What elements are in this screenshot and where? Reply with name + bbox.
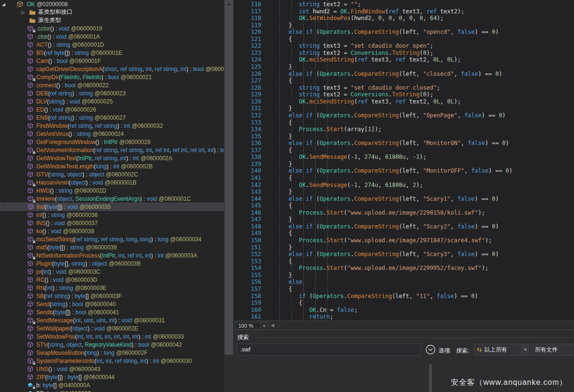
expander-collapsed-icon[interactable]: ▷ — [21, 10, 29, 15]
method-icon — [27, 252, 36, 258]
tree-item-Sendb[interactable]: Sendb(byte[]) : bool @06000041 — [0, 308, 224, 316]
scrollbar-thumb[interactable] — [225, 9, 233, 355]
tree-item-b[interactable]: b : byte[] @0400000A — [0, 381, 224, 389]
tree-item-HWD[interactable]: HWD() : string @0600002D — [0, 186, 224, 195]
lock-icon — [32, 256, 36, 259]
tree-item-HassanAmiri[interactable]: HassanAmiri(object) : void @0600001B — [0, 178, 224, 186]
tree-item-mciSendString[interactable]: mciSendString(ref string, ref string, lo… — [0, 235, 224, 243]
tree-item-inf[interactable]: inf() : string @06000036 — [0, 211, 224, 219]
tree-item-GetForegroundWindow[interactable]: GetForegroundWindow() : IntPtr @06000028 — [0, 138, 224, 146]
chevron-down-icon[interactable] — [425, 344, 436, 355]
tree-item-.cctor[interactable]: .cctor() : void @06000019 — [0, 24, 224, 32]
tree-item-STV[interactable]: STV(string, object, RegistryValueKind) :… — [0, 340, 224, 349]
line-number: 143 — [234, 188, 268, 196]
tree-item-FindWindow[interactable]: FindWindow(ref string, ref string) : int… — [0, 122, 224, 130]
line-number: 151 — [234, 244, 268, 251]
tree-item-OK[interactable]: ◢OK @02000008 — [0, 0, 224, 8]
tree-item-connect[interactable]: connect() : bool @06000022 — [0, 81, 224, 89]
code-line-136: 136 else if (Operators.CompareString(lef… — [234, 140, 509, 147]
search-input[interactable] — [237, 343, 421, 356]
tree-item-SwapMouseButton[interactable]: SwapMouseButton(long) : long @0600002F — [0, 349, 224, 357]
tree-item-SystemParametersInfo[interactable]: SystemParametersInfo(int, int, ref strin… — [0, 357, 224, 365]
tree-item-BB[interactable]: BB : bool @0400000B — [0, 389, 224, 392]
tree-item-ImHere[interactable]: ImHere(object, SessionEndingEventArgs) :… — [0, 195, 224, 203]
tree-item-CompDir[interactable]: CompDir(FileInfo, FileInfo) : bool @0600… — [0, 73, 224, 81]
zoom-level-display[interactable]: 100 % — [236, 322, 263, 330]
method-icon — [27, 90, 36, 96]
method-icon — [27, 171, 36, 177]
search-scope-select[interactable]: 以上所有 ▼ — [474, 344, 529, 356]
line-number: 126 — [234, 71, 268, 78]
tree-item-GTV[interactable]: GTV(string, object) : object @0600002C — [0, 170, 224, 178]
tree-item-Send[interactable]: Send(string) : bool @06000040 — [0, 300, 224, 308]
scroll-up-button[interactable] — [225, 0, 233, 9]
line-number: 152 — [234, 251, 268, 258]
tree-item-NtSetInformationProcess[interactable]: NtSetInformationProcess(IntPtr, int, ref… — [0, 251, 224, 259]
method-icon — [27, 317, 36, 323]
tree-item-基类型和接口[interactable]: ▷基类型和接口 — [0, 8, 224, 16]
code-line-149: 149 { — [234, 230, 292, 237]
line-number: 148 — [234, 223, 268, 230]
line-number: 149 — [234, 230, 268, 237]
line-number: 117 — [234, 8, 268, 15]
method-icon — [28, 204, 37, 210]
tree-item-GetVolumeInformation[interactable]: GetVolumeInformation(ref string, ref str… — [0, 146, 224, 154]
tree-item-BS[interactable]: BS(ref byte[]) : string @0600001E — [0, 49, 224, 57]
code-line-117: 117 int hwnd2 = OK.FindWindow(ref text3,… — [234, 8, 464, 15]
expander-expanded-icon[interactable]: ◢ — [2, 2, 16, 7]
code-line-138: 138 OK.SendMessage(-1, 274u, 61808u, -1)… — [234, 154, 426, 161]
method-icon — [27, 333, 36, 340]
tree-item-派生类型[interactable]: 派生类型 — [0, 16, 224, 24]
file-filter-select[interactable]: 所有文件 — [531, 344, 574, 356]
tree-item-.ctor[interactable]: .ctor() : void @0600001A — [0, 32, 224, 41]
code-line-161: 161 return; — [234, 313, 333, 320]
options-button[interactable]: 选项 — [439, 347, 450, 355]
line-number: 121 — [234, 36, 268, 43]
line-number: 116 — [234, 1, 268, 8]
tree-item-DLV[interactable]: DLV(string) : void @06000025 — [0, 97, 224, 105]
tree-item-SendMessage[interactable]: SendMessage(int, uint, uint, int) : void… — [0, 316, 224, 324]
tree-item-pr[interactable]: pr(int) : void @0600003C — [0, 268, 224, 276]
tree-item-Cam[interactable]: Cam() : bool @0600001F — [0, 57, 224, 65]
tree-item-Plugin[interactable]: Plugin(byte[], string) : object @0600003… — [0, 259, 224, 268]
tree-item-ko[interactable]: ko() : void @06000038 — [0, 227, 224, 235]
tree-item-ACT[interactable]: ACT() : string @0600001D — [0, 41, 224, 49]
tree-item-SB[interactable]: SB(ref string) : byte[] @0600003F — [0, 292, 224, 300]
line-number: 133 — [234, 119, 268, 126]
tree-item-GetWindowText[interactable]: GetWindowText(IntPtr, ref string, int) :… — [0, 154, 224, 162]
scroll-left-icon[interactable]: ◀ — [271, 323, 274, 328]
code-editor[interactable]: 116 string text2 = "";117 int hwnd2 = OK… — [234, 0, 574, 320]
tree-item-ED[interactable]: ED() : void @06000026 — [0, 105, 224, 113]
assembly-explorer-tree[interactable]: ◢OK @02000008▷基类型和接口派生类型.cctor() : void … — [0, 0, 224, 392]
tree-item-SetWallpaper[interactable]: SetWallpaper(object) : void @0600002E — [0, 324, 224, 332]
code-line-123: 123 string text2 = Conversions.ToString(… — [234, 50, 433, 57]
results-column-splitter[interactable] — [429, 364, 432, 392]
method-icon — [27, 228, 36, 234]
line-number: 127 — [234, 77, 268, 84]
tree-item-INS[interactable]: INS() : void @06000037 — [0, 219, 224, 227]
code-line-128: 128 string text3 = "set cdaudio door clo… — [234, 84, 440, 92]
line-number: 156 — [234, 279, 268, 286]
tree-item-DEB[interactable]: DEB(ref string) : string @06000023 — [0, 89, 224, 97]
lock-icon — [32, 183, 36, 186]
tree-item-RC[interactable]: RC() : void @0600003D — [0, 276, 224, 284]
tree-item-capGetDriverDescriptionA[interactable]: capGetDriverDescriptionA(short, ref stri… — [0, 65, 224, 73]
tree-item-ENB[interactable]: ENB(ref string) : string @06000027 — [0, 113, 224, 122]
tree-item-GetWindowTextLength[interactable]: GetWindowTextLength(long) : int @0600002… — [0, 162, 224, 170]
tree-item-GetAntiVirus[interactable]: GetAntiVirus() : string @06000024 — [0, 130, 224, 138]
method-icon — [27, 244, 36, 250]
code-line-139: 139 } — [234, 161, 292, 168]
method-icon — [27, 277, 36, 283]
chevron-down-icon[interactable]: ▼ — [522, 344, 529, 355]
tree-item-RN[interactable]: RN(int) : string @0600003E — [0, 284, 224, 292]
tree-item-UNS[interactable]: UNS() : void @06000043 — [0, 365, 224, 373]
line-number: 120 — [234, 29, 268, 36]
tree-vertical-scrollbar[interactable] — [224, 0, 234, 392]
tree-item-md5[interactable]: md5(byte[]) : string @06000039 — [0, 243, 224, 251]
tree-item-Ind[interactable]: Ind(byte[]) : void @06000035 — [0, 203, 224, 211]
code-line-129: 129 string text2 = Conversions.ToString(… — [234, 91, 433, 98]
tree-item-ZIP[interactable]: ZIP(byte[]) : byte[] @06000044 — [0, 373, 224, 381]
tree-item-SetWindowPos[interactable]: SetWindowPos(int, int, int, int, int, in… — [0, 332, 224, 340]
code-line-133: 133 { — [234, 119, 292, 126]
dotted-divider — [257, 338, 572, 338]
